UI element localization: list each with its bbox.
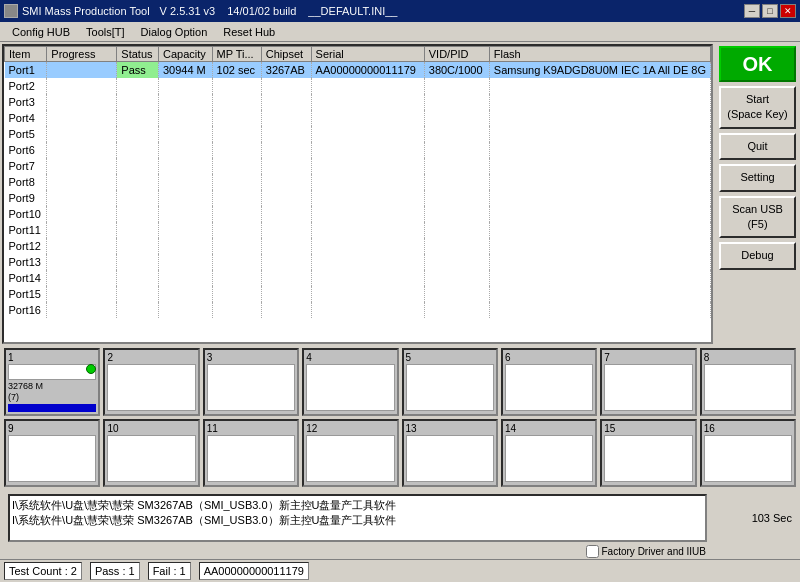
table-row: Port3 xyxy=(5,94,711,110)
table-row: Port14 xyxy=(5,270,711,286)
port-cell: 9 xyxy=(4,419,100,487)
port-thumbnail xyxy=(207,435,295,482)
port-number: 7 xyxy=(604,352,692,363)
port-info-label: 32768 M (7) xyxy=(8,381,96,403)
port-grid-section: 132768 M (7)2345678 910111213141516 xyxy=(0,346,800,492)
port-cell: 4 xyxy=(302,348,398,416)
port-cell: 8 xyxy=(700,348,796,416)
port-thumbnail xyxy=(406,364,494,411)
port-cell: 6 xyxy=(501,348,597,416)
port-number: 13 xyxy=(406,423,494,434)
port-cell: 15 xyxy=(600,419,696,487)
menu-reset-hub[interactable]: Reset Hub xyxy=(215,24,283,40)
port-thumbnail xyxy=(107,435,195,482)
close-button[interactable]: ✕ xyxy=(780,4,796,18)
port-thumbnail xyxy=(505,364,593,411)
log-line1: I\系统软件\U盘\慧荣\慧荣 SM3267AB（SMI_USB3.0）新主控U… xyxy=(12,498,703,513)
port-cell: 5 xyxy=(402,348,498,416)
start-button[interactable]: Start(Space Key) xyxy=(719,86,796,129)
debug-button[interactable]: Debug xyxy=(719,242,796,269)
col-capacity: Capacity xyxy=(158,47,212,62)
main-container: Item Progress Status Capacity MP Ti... C… xyxy=(0,42,800,582)
table-row: Port11 xyxy=(5,222,711,238)
scan-usb-button[interactable]: Scan USB(F5) xyxy=(719,196,796,239)
port-table: Item Progress Status Capacity MP Ti... C… xyxy=(4,46,711,318)
test-count-label: Test Count : 2 xyxy=(9,565,77,577)
port-thumbnail xyxy=(107,364,195,411)
port-thumbnail xyxy=(306,435,394,482)
ok-button: OK xyxy=(719,46,796,82)
port-thumbnail xyxy=(704,364,792,411)
port-thumbnail xyxy=(306,364,394,411)
button-panel: OK Start(Space Key) Quit Setting Scan US… xyxy=(715,42,800,346)
port-thumbnail xyxy=(505,435,593,482)
port-thumbnail xyxy=(406,435,494,482)
port-cell: 16 xyxy=(700,419,796,487)
table-row: Port1Pass30944 M102 sec3267ABAA000000000… xyxy=(5,62,711,78)
table-row: Port15 xyxy=(5,286,711,302)
port-thumbnail xyxy=(604,364,692,411)
table-row: Port12 xyxy=(5,238,711,254)
factory-driver-checkbox[interactable] xyxy=(586,545,599,558)
minimize-button[interactable]: ─ xyxy=(744,4,760,18)
factory-driver-label: Factory Driver and IIUB xyxy=(602,546,706,557)
port-number: 3 xyxy=(207,352,295,363)
port-cell: 11 xyxy=(203,419,299,487)
timer-display: 103 Sec xyxy=(752,512,792,524)
table-row: Port8 xyxy=(5,174,711,190)
port-number: 2 xyxy=(107,352,195,363)
port-cell: 10 xyxy=(103,419,199,487)
port-cell: 12 xyxy=(302,419,398,487)
col-serial: Serial xyxy=(311,47,424,62)
port-cell: 2 xyxy=(103,348,199,416)
port-thumbnail xyxy=(207,364,295,411)
port-number: 1 xyxy=(8,352,96,363)
col-item: Item xyxy=(5,47,47,62)
port-number: 4 xyxy=(306,352,394,363)
table-row: Port4 xyxy=(5,110,711,126)
table-row: Port2 xyxy=(5,78,711,94)
col-flash: Flash xyxy=(489,47,710,62)
quit-button[interactable]: Quit xyxy=(719,133,796,160)
fail-label: Fail : 1 xyxy=(153,565,186,577)
col-progress: Progress xyxy=(47,47,117,62)
port-thumbnail xyxy=(8,435,96,482)
port-table-area[interactable]: Item Progress Status Capacity MP Ti... C… xyxy=(2,44,713,344)
table-row: Port5 xyxy=(5,126,711,142)
port-cell: 14 xyxy=(501,419,597,487)
port-number: 16 xyxy=(704,423,792,434)
menu-tools[interactable]: Tools[T] xyxy=(78,24,133,40)
port-number: 12 xyxy=(306,423,394,434)
port-number: 11 xyxy=(207,423,295,434)
maximize-button[interactable]: □ xyxy=(762,4,778,18)
pass-field: Pass : 1 xyxy=(90,562,140,580)
fail-field: Fail : 1 xyxy=(148,562,191,580)
port-thumbnail xyxy=(704,435,792,482)
port-number: 10 xyxy=(107,423,195,434)
title-bar: SMI Mass Production Tool V 2.5.31 v3 14/… xyxy=(0,0,800,22)
port-grid-row2: 910111213141516 xyxy=(4,419,796,487)
setting-button[interactable]: Setting xyxy=(719,164,796,191)
port-number: 14 xyxy=(505,423,593,434)
log-area: I\系统软件\U盘\慧荣\慧荣 SM3267AB（SMI_USB3.0）新主控U… xyxy=(8,494,707,542)
port-grid-row1: 132768 M (7)2345678 xyxy=(4,348,796,416)
config-file: __DEFAULT.INI__ xyxy=(308,5,397,17)
status-green-icon xyxy=(86,364,96,374)
table-row: Port6 xyxy=(5,142,711,158)
log-line2: I\系统软件\U盘\慧荣\慧荣 SM3267AB（SMI_USB3.0）新主控U… xyxy=(12,513,703,528)
menu-dialog-option[interactable]: Dialog Option xyxy=(133,24,216,40)
table-row: Port7 xyxy=(5,158,711,174)
port-thumbnail xyxy=(604,435,692,482)
test-count-field: Test Count : 2 xyxy=(4,562,82,580)
port-cell: 3 xyxy=(203,348,299,416)
col-vidpid: VID/PID xyxy=(424,47,489,62)
port-number: 8 xyxy=(704,352,792,363)
app-icon xyxy=(4,4,18,18)
app-name: SMI Mass Production Tool xyxy=(22,5,150,17)
col-mptime: MP Ti... xyxy=(212,47,261,62)
table-row: Port10 xyxy=(5,206,711,222)
port-cell: 7 xyxy=(600,348,696,416)
port-number: 15 xyxy=(604,423,692,434)
menu-config-hub[interactable]: Config HUB xyxy=(4,24,78,40)
port-cell: 13 xyxy=(402,419,498,487)
